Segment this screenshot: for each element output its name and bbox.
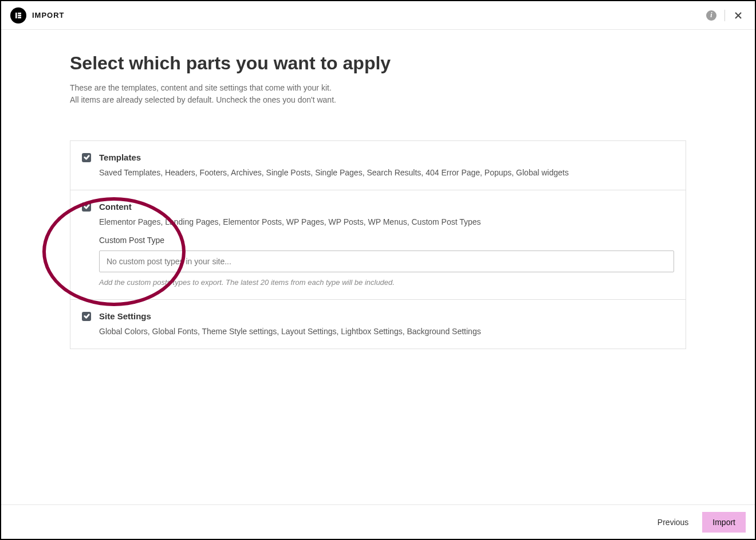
section-title-settings: Site Settings	[99, 311, 151, 321]
page-title: Select which parts you want to apply	[70, 53, 686, 74]
section-site-settings: Site Settings Global Colors, Global Font…	[70, 300, 686, 349]
svg-rect-3	[18, 17, 21, 18]
divider	[724, 10, 725, 21]
svg-rect-0	[15, 13, 17, 18]
section-sub-content: Elementor Pages, Landing Pages, Elemento…	[82, 217, 674, 226]
topbar-title: IMPORT	[32, 11, 65, 19]
topbar: IMPORT i	[1, 1, 755, 30]
section-content: Content Elementor Pages, Landing Pages, …	[70, 190, 686, 300]
footer: Previous Import	[1, 504, 755, 539]
content-area: Select which parts you want to apply The…	[1, 30, 755, 504]
custom-post-type-input[interactable]	[99, 251, 674, 272]
elementor-logo-icon	[10, 7, 26, 24]
topbar-right: i	[706, 10, 743, 21]
checkbox-templates[interactable]	[82, 153, 91, 162]
page-desc-line2: All items are already selected by defaul…	[70, 95, 336, 104]
import-dialog: IMPORT i Select which parts you want to …	[0, 0, 756, 540]
cpt-hint: Add the custom posts types to export. Th…	[82, 278, 674, 287]
import-button[interactable]: Import	[702, 512, 746, 533]
info-icon[interactable]: i	[706, 10, 716, 21]
page-description: These are the templates, content and sit…	[70, 82, 686, 106]
svg-rect-1	[18, 13, 21, 14]
section-title-templates: Templates	[99, 152, 141, 162]
page-desc-line1: These are the templates, content and sit…	[70, 83, 332, 92]
checkbox-site-settings[interactable]	[82, 312, 91, 321]
options-panel: Templates Saved Templates, Headers, Foot…	[70, 140, 686, 349]
topbar-left: IMPORT	[10, 7, 65, 24]
close-icon[interactable]	[733, 10, 743, 21]
previous-button[interactable]: Previous	[654, 513, 692, 531]
section-title-content: Content	[99, 202, 132, 212]
section-sub-templates: Saved Templates, Headers, Footers, Archi…	[82, 168, 674, 177]
section-sub-settings: Global Colors, Global Fonts, Theme Style…	[82, 327, 674, 336]
svg-rect-2	[18, 14, 21, 16]
cpt-label: Custom Post Type	[82, 236, 674, 245]
section-templates: Templates Saved Templates, Headers, Foot…	[70, 141, 686, 190]
checkbox-content[interactable]	[82, 202, 91, 212]
